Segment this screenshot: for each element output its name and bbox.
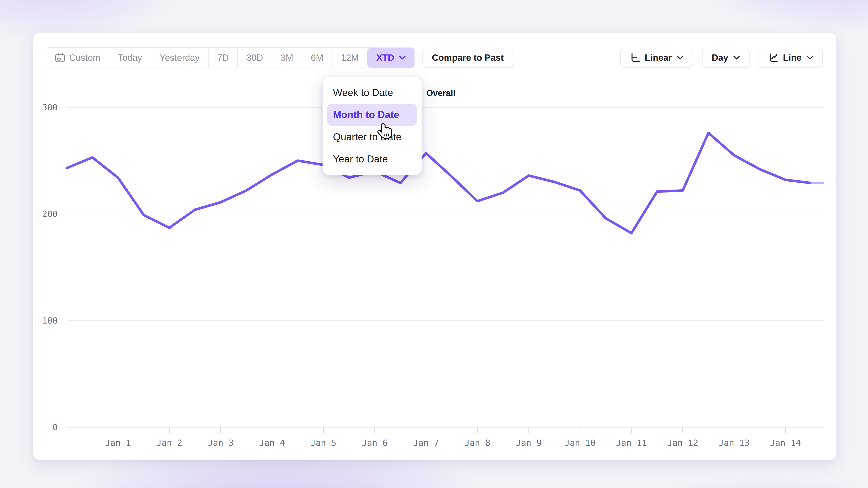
x-axis-label: Jan 4 [259, 438, 285, 448]
x-axis-label: Jan 1 [105, 438, 131, 448]
series-line-overall [67, 133, 811, 233]
x-axis-label: Jan 5 [310, 438, 336, 448]
xtd-dropdown-menu: Week to Date Month to Date Quarter to Da… [322, 76, 422, 175]
legend-label-overall: Overall [426, 88, 456, 98]
x-axis-label: Jan 3 [208, 438, 234, 448]
y-axis-label-200: 200 [42, 209, 58, 219]
analytics-card: Custom Today Yesterday 7D 30D 3M 6M 12M … [33, 32, 837, 460]
x-axis-label: Jan 7 [413, 438, 439, 448]
menu-item-year-to-date[interactable]: Year to Date [327, 148, 417, 170]
y-axis-label-100: 100 [42, 316, 58, 326]
menu-item-week-to-date[interactable]: Week to Date [327, 82, 417, 104]
x-axis-label: Jan 6 [362, 438, 388, 448]
menu-item-quarter-to-date[interactable]: Quarter to Date [327, 126, 417, 148]
x-axis-label: Jan 11 [616, 438, 647, 448]
x-axis-label: Jan 2 [156, 438, 182, 448]
x-axis-label: Jan 8 [465, 438, 490, 448]
x-axis-label: Jan 10 [565, 438, 596, 448]
x-axis-label: Jan 14 [770, 438, 801, 448]
y-axis-label-300: 300 [42, 102, 58, 112]
x-axis-label: Jan 13 [719, 438, 749, 448]
x-axis-label: Jan 12 [667, 438, 698, 448]
menu-item-month-to-date[interactable]: Month to Date [327, 104, 417, 126]
y-axis-label-0: 0 [53, 422, 58, 432]
x-axis-label: Jan 9 [516, 438, 541, 448]
